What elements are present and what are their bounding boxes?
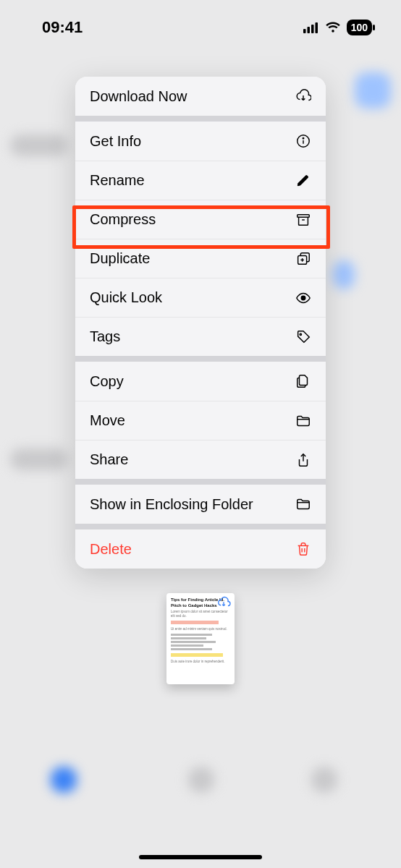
status-time: 09:41 <box>42 18 83 37</box>
svg-rect-3 <box>315 22 318 33</box>
menu-item-label: Rename <box>90 172 145 189</box>
menu-item-label: Quick Look <box>90 289 162 306</box>
menu-item-get-info[interactable]: Get Info <box>75 122 326 161</box>
menu-item-label: Move <box>90 412 125 429</box>
cellular-icon <box>303 22 319 33</box>
tag-icon <box>295 329 311 345</box>
menu-item-label: Get Info <box>90 133 141 150</box>
cloud-download-icon <box>216 596 232 609</box>
svg-point-13 <box>300 333 301 335</box>
trash-icon <box>295 541 311 557</box>
wifi-icon <box>325 22 341 33</box>
screen: 09:41 100 Download Now Get Info <box>0 0 401 868</box>
svg-rect-1 <box>307 27 310 33</box>
menu-item-duplicate[interactable]: Duplicate <box>75 239 326 278</box>
menu-item-label: Duplicate <box>90 250 150 267</box>
menu-item-tags[interactable]: Tags <box>75 317 326 356</box>
home-indicator[interactable] <box>139 855 262 859</box>
menu-item-label: Copy <box>90 373 124 390</box>
svg-rect-0 <box>303 29 306 33</box>
menu-item-label: Show in Enclosing Folder <box>90 496 253 513</box>
menu-item-rename[interactable]: Rename <box>75 161 326 200</box>
svg-rect-7 <box>297 214 310 217</box>
menu-item-label: Compress <box>90 211 156 228</box>
doc-on-doc-icon <box>295 373 311 389</box>
menu-item-quicklook[interactable]: Quick Look <box>75 278 326 317</box>
menu-item-copy[interactable]: Copy <box>75 362 326 401</box>
info-icon <box>295 133 311 149</box>
menu-item-download[interactable]: Download Now <box>75 77 326 116</box>
plus-on-square-icon <box>295 251 311 267</box>
share-icon <box>295 452 311 468</box>
status-right: 100 <box>303 20 372 35</box>
context-menu: Download Now Get Info Rename C <box>75 77 326 569</box>
menu-item-share[interactable]: Share <box>75 440 326 479</box>
menu-item-label: Share <box>90 451 128 468</box>
folder-icon <box>295 496 311 512</box>
cloud-download-icon <box>295 88 311 104</box>
menu-item-compress[interactable]: Compress <box>75 200 326 239</box>
menu-item-enclosing-folder[interactable]: Show in Enclosing Folder <box>75 485 326 524</box>
status-bar: 09:41 100 <box>0 14 401 41</box>
menu-item-label: Delete <box>90 541 132 558</box>
eye-icon <box>295 290 311 306</box>
archivebox-icon <box>295 212 311 228</box>
battery-indicator: 100 <box>347 20 372 35</box>
menu-item-delete[interactable]: Delete <box>75 529 326 569</box>
svg-point-12 <box>301 296 305 300</box>
svg-rect-2 <box>311 25 314 33</box>
file-preview-thumbnail[interactable]: Tips for Finding Article Id. Pitch to Ga… <box>166 593 235 684</box>
folder-icon <box>295 413 311 429</box>
svg-point-6 <box>303 138 303 139</box>
pencil-icon <box>295 173 311 189</box>
menu-item-label: Download Now <box>90 88 187 105</box>
menu-item-move[interactable]: Move <box>75 401 326 440</box>
menu-item-label: Tags <box>90 328 120 345</box>
